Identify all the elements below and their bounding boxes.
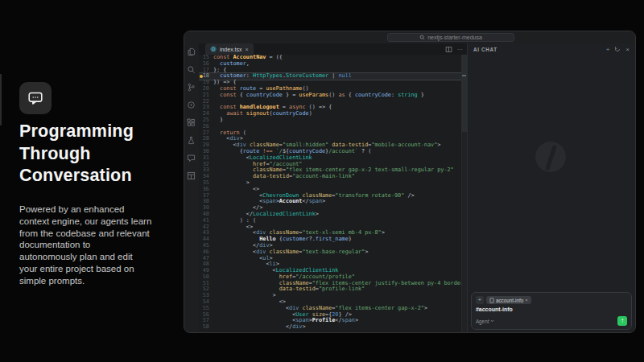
agent-label: Agent <box>476 319 489 324</box>
code-line: 16 customer, <box>199 61 467 68</box>
file-icon <box>489 298 494 303</box>
chat-bubble-icon <box>27 89 44 107</box>
feature-description: Powered by an enhanced context engine, o… <box>19 204 188 287</box>
decorative-accent-line <box>0 74 2 125</box>
brand-watermark-logo <box>535 142 566 172</box>
code-lines: 15const AccountNav = ({16 customer,17}: … <box>199 55 467 331</box>
page-title-line: Through <box>19 143 196 166</box>
new-chat-icon[interactable]: + <box>606 46 610 53</box>
code-line: 18 customer: HttpTypes.StoreCustomer | n… <box>199 73 467 80</box>
description-line: autonomously plan and edit <box>19 251 188 263</box>
chat-input-text[interactable]: #account-info <box>476 306 627 312</box>
code-line: 24 await signout(countryCode) <box>199 111 467 117</box>
scrollbar-thumb[interactable] <box>461 55 467 132</box>
description-line: your entire project based on <box>19 263 188 275</box>
description-line: context engine, our agents learn <box>19 216 188 228</box>
more-actions-icon[interactable]: ··· <box>457 47 463 52</box>
agent-mode-select[interactable]: Agent <box>476 319 494 324</box>
code-line: 21 const { countryCode } = useParams() a… <box>199 93 467 99</box>
description-line: documentation to <box>19 239 188 251</box>
scrollbar[interactable] <box>461 55 467 333</box>
code-line: 58 </div> <box>199 324 467 331</box>
send-button[interactable]: ↑ <box>617 316 627 326</box>
flask-icon[interactable] <box>187 136 196 145</box>
window-titlebar: nextjs-starter-medusa <box>184 31 635 43</box>
tab-index-tsx[interactable]: index.tsx × <box>205 43 254 55</box>
search-icon <box>419 35 425 40</box>
chevron-down-icon <box>490 319 494 323</box>
search-icon[interactable] <box>187 65 196 74</box>
tab-close-icon[interactable]: × <box>246 47 249 52</box>
page-title-line: Programming <box>19 121 196 143</box>
page-title-line: Conversation <box>19 165 196 187</box>
activity-bar <box>184 43 199 333</box>
chat-input-box[interactable]: + account-info × #account-info Agent <box>471 292 632 330</box>
chat-icon[interactable] <box>187 154 196 162</box>
history-icon[interactable] <box>614 46 621 52</box>
context-chip-account-info[interactable]: account-info × <box>486 296 531 304</box>
command-palette-search[interactable]: nextjs-starter-medusa <box>387 33 514 42</box>
add-context-button[interactable]: + <box>476 296 484 304</box>
search-label: nextjs-starter-medusa <box>427 35 482 40</box>
ai-chat-panel: AI CHAT + × + <box>467 43 635 333</box>
ai-chat-header: AI CHAT + × <box>468 43 635 55</box>
source-control-icon[interactable] <box>187 83 196 92</box>
feature-icon-box <box>19 82 52 114</box>
extensions-icon[interactable] <box>187 118 196 127</box>
description-line: simple prompts. <box>19 275 188 287</box>
description-line: Powered by an enhanced <box>19 204 188 216</box>
debug-icon[interactable] <box>187 101 196 109</box>
layout-icon[interactable] <box>187 171 196 180</box>
description-line: from the codebase and relevant <box>19 228 188 240</box>
ai-chat-body <box>468 55 635 292</box>
editor-pane: index.tsx × ··· 15const AccountNav = ({1… <box>199 43 467 333</box>
tab-label: index.tsx <box>220 47 242 52</box>
editor-window: nextjs-starter-medusa <box>184 31 636 333</box>
split-editor-icon[interactable] <box>445 46 452 53</box>
chip-close-icon[interactable]: × <box>525 298 528 302</box>
react-file-icon <box>210 46 217 52</box>
tab-bar: index.tsx × ··· <box>199 43 467 55</box>
page-title: Programming Through Conversation <box>19 121 196 187</box>
ai-chat-title: AI CHAT <box>473 47 497 52</box>
code-area[interactable]: 15const AccountNav = ({16 customer,17}: … <box>199 55 467 333</box>
close-icon[interactable]: × <box>625 46 630 53</box>
overview-ruler-mark <box>462 75 466 76</box>
files-icon[interactable] <box>187 47 196 56</box>
chip-label: account-info <box>496 298 523 303</box>
page: Programming Through Conversation Powered… <box>0 0 644 362</box>
code-line: 25 } <box>199 117 467 124</box>
